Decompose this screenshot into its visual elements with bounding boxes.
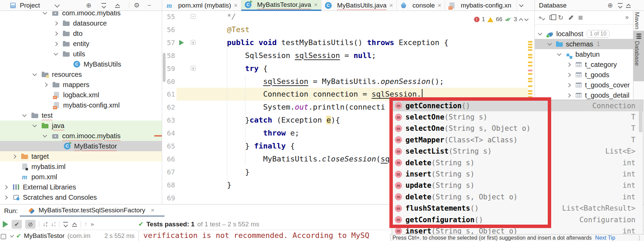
- close-icon[interactable]: ×: [389, 2, 393, 9]
- db-item-t_goods_cover[interactable]: t_goods_cover: [535, 80, 633, 90]
- db-item-localhost[interactable]: localhost1 of 10: [535, 29, 633, 39]
- chevron-down-icon[interactable]: [32, 74, 37, 75]
- show-ignored-toggle[interactable]: ⊘: [25, 220, 35, 229]
- tree-item-target[interactable]: target: [0, 151, 162, 161]
- completion-item-getConfiguration[interactable]: mgetConfiguration()Configuration: [392, 214, 643, 225]
- tree-item-resources[interactable]: resources: [0, 69, 162, 80]
- completion-item-delete[interactable]: mdelete(String s)int: [392, 157, 643, 168]
- wrench-icon[interactable]: [569, 15, 574, 20]
- chevron-down-icon[interactable]: [547, 43, 552, 45]
- completion-item-insert[interactable]: minsert(String s)int: [392, 168, 643, 180]
- completion-item-delete[interactable]: mdelete(String s, Object o)int: [392, 191, 643, 202]
- tree-item-utils[interactable]: utils: [0, 49, 162, 59]
- line-number[interactable]: 56: [162, 23, 175, 36]
- collapse-all-icon[interactable]: [626, 3, 631, 8]
- rerun-icon[interactable]: [3, 221, 8, 228]
- previous-occurrence-icon[interactable]: ↑: [84, 221, 87, 228]
- fold-marker-icon[interactable]: ∨: [191, 66, 196, 71]
- completion-item-selectOne[interactable]: mselectOne(String s, Object o)T: [392, 123, 643, 134]
- tree-item-mybatistestor[interactable]: CMyBatisTestor: [0, 141, 162, 151]
- db-item-schemas[interactable]: schemas1: [535, 39, 633, 49]
- chevron-right-icon[interactable]: [53, 32, 58, 35]
- add-datasource-icon[interactable]: +: [538, 14, 545, 22]
- completion-item-flushStatements[interactable]: mflushStatements()List<BatchResult>: [392, 203, 643, 214]
- collapse-all-icon[interactable]: [72, 222, 77, 227]
- tree-item-external-libraries[interactable]: External Libraries: [0, 182, 162, 192]
- tree-item-mappers[interactable]: mappers: [0, 80, 162, 90]
- strip-tab-maven[interactable]: Maven: [633, 12, 644, 29]
- fold-marker-icon[interactable]: ∨: [191, 40, 196, 45]
- console-output[interactable]: verification is not recommended. Accordi…: [143, 231, 390, 240]
- error-stripe-mark[interactable]: [528, 81, 532, 82]
- close-icon[interactable]: ×: [151, 207, 155, 214]
- tab-console[interactable]: console×: [397, 0, 445, 11]
- chevron-down-icon[interactable]: [556, 54, 562, 55]
- close-icon[interactable]: ×: [438, 2, 441, 9]
- tree-item-test[interactable]: test: [0, 110, 162, 120]
- hide-panel-icon[interactable]: −: [147, 0, 156, 11]
- tree-item-datasource[interactable]: datasource: [0, 18, 162, 28]
- tab-pom.xml--mybatis-[interactable]: mpom.xml (mybatis)×: [162, 0, 241, 11]
- tree-item-logback.xml[interactable]: <>logback.xml: [0, 90, 162, 100]
- expand-all-icon[interactable]: [617, 3, 623, 8]
- db-item-t_goods[interactable]: t_goods: [535, 70, 633, 80]
- stop-icon[interactable]: [578, 16, 583, 20]
- chevron-down-icon[interactable]: [42, 135, 47, 137]
- chevron-down-icon[interactable]: [32, 125, 37, 127]
- next-problem-icon[interactable]: [524, 17, 529, 21]
- line-number[interactable]: 67: [162, 166, 175, 179]
- completion-scrollbar[interactable]: [639, 102, 642, 132]
- sort-alphabetically-icon[interactable]: ↓az: [43, 221, 47, 227]
- db-item-t_category[interactable]: t_category: [535, 59, 633, 70]
- tab-mybatistestor.java[interactable]: CMyBatisTestor.java×: [241, 0, 321, 11]
- error-stripe-mark[interactable]: [528, 73, 532, 75]
- strip-tab-database[interactable]: Database: [633, 31, 644, 81]
- chevron-right-icon[interactable]: [3, 196, 8, 199]
- completion-item-selectOne[interactable]: mselectOne(String s)T: [392, 111, 643, 123]
- chevron-right-icon[interactable]: [566, 63, 571, 66]
- database-panel-title[interactable]: Database: [539, 0, 567, 11]
- completion-item-selectList[interactable]: mselectList(String s)List<E>: [392, 146, 643, 157]
- chevron-down-icon[interactable]: [42, 12, 47, 14]
- project-panel-title[interactable]: Project: [20, 0, 40, 11]
- error-stripe-mark[interactable]: [528, 78, 532, 80]
- line-number[interactable]: 65: [162, 140, 175, 153]
- more-icon[interactable]: »: [91, 221, 94, 228]
- duplicate-icon[interactable]: [549, 15, 553, 20]
- chevron-down-icon[interactable]: [537, 33, 543, 35]
- chevron-right-icon[interactable]: [53, 22, 58, 25]
- chevron-right-icon[interactable]: [566, 84, 571, 87]
- chevron-right-icon[interactable]: [3, 186, 8, 189]
- error-stripe-mark[interactable]: [528, 96, 532, 99]
- tree-item-com.imooc.mybatis[interactable]: com.imooc.mybatis: [0, 131, 162, 141]
- next-tip-link[interactable]: Next Tip: [595, 235, 615, 241]
- chevron-right-icon[interactable]: [11, 155, 17, 158]
- run-tab[interactable]: MyBatisTestor.testSqlSessionFactory ×: [29, 207, 155, 214]
- error-stripe-mark[interactable]: [528, 57, 532, 58]
- line-number[interactable]: 63: [162, 114, 175, 127]
- error-stripe-mark[interactable]: [528, 93, 532, 95]
- line-number[interactable]: 66: [162, 153, 175, 166]
- error-stripe-mark[interactable]: [528, 44, 532, 45]
- completion-item-update[interactable]: mupdate(String s)int: [392, 180, 643, 191]
- line-number[interactable]: 64: [162, 127, 175, 140]
- more-icon[interactable]: »: [625, 14, 629, 21]
- error-stripe-mark[interactable]: [528, 49, 532, 51]
- chevron-down-icon[interactable]: [55, 0, 59, 11]
- line-number[interactable]: 69: [162, 192, 175, 204]
- tab-mybatisutils.java[interactable]: CMyBatisUtils.java×: [321, 0, 397, 11]
- tree-item-java[interactable]: java: [0, 120, 162, 131]
- db-item-t_goods_detail[interactable]: t_goods_detail: [535, 90, 633, 100]
- tab-mybatis-config.xn[interactable]: <>mybatis-config.xn: [445, 0, 517, 11]
- tree-item-mybatis.iml[interactable]: mybatis.iml: [0, 161, 162, 172]
- tree-item-com.imooc.mybatis[interactable]: com.imooc.mybatis: [0, 11, 162, 18]
- chevron-right-icon[interactable]: [566, 94, 571, 97]
- collapse-all-icon[interactable]: [115, 0, 120, 11]
- error-stripe-mark[interactable]: [528, 90, 532, 92]
- hidden-tabs-dropdown-icon[interactable]: [517, 0, 526, 11]
- chevron-right-icon[interactable]: [566, 73, 571, 76]
- tree-item-dto[interactable]: dto: [0, 28, 162, 39]
- gear-icon[interactable]: ⚙: [134, 0, 143, 11]
- inspection-widget[interactable]: ! 1 66 ✔✔ 3: [474, 16, 528, 23]
- chevron-down-icon[interactable]: [53, 53, 58, 55]
